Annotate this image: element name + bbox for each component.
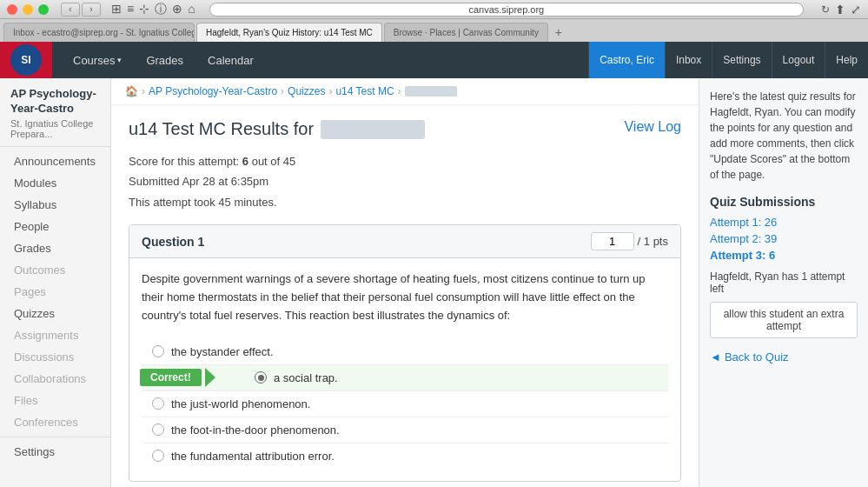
breadcrumb-course[interactable]: AP Psychology-Year-Castro: [149, 85, 277, 97]
breadcrumb-home[interactable]: 🏠: [125, 85, 138, 97]
answer-option-e: the fundamental attribution error.: [142, 444, 668, 469]
sidebar-item-collaborations[interactable]: Collaborations: [0, 368, 110, 390]
sidebar-item-discussions[interactable]: Discussions: [0, 346, 110, 368]
maximize-button[interactable]: [38, 4, 49, 15]
attempt-3-link[interactable]: Attempt 3: 6: [710, 249, 858, 262]
correct-arrow-icon: [205, 368, 215, 387]
radio-a[interactable]: [152, 345, 164, 357]
sidebar-course-title: AP Psychology-Year-Castro: [10, 87, 100, 117]
tab-mail[interactable]: Inbox - ecastro@siprep.org - St. Ignatiu…: [3, 23, 195, 42]
back-arrow-icon: ◄: [710, 350, 721, 364]
correct-row: Correct!: [140, 368, 215, 387]
nav-courses[interactable]: Courses ▾: [61, 42, 134, 78]
sidebar: AP Psychology-Year-Castro St. Ignatius C…: [0, 78, 111, 487]
close-button[interactable]: [7, 4, 17, 15]
extra-attempt-button[interactable]: allow this student an extra attempt: [710, 302, 858, 338]
breadcrumb-quiz[interactable]: u14 Test MC: [335, 85, 394, 97]
breadcrumb-sep-2: ›: [281, 85, 284, 97]
sidebar-item-announcements[interactable]: Announcements: [0, 150, 110, 172]
breadcrumb: 🏠 › AP Psychology-Year-Castro › Quizzes …: [111, 78, 699, 105]
sidebar-item-quizzes[interactable]: Quizzes: [0, 303, 110, 324]
breadcrumb-student-blurred: [405, 86, 457, 97]
main-layout: AP Psychology-Year-Castro St. Ignatius C…: [0, 78, 868, 487]
pointer-icon: ⊹: [139, 2, 149, 17]
attempt-2-link[interactable]: Attempt 2: 39: [710, 232, 858, 245]
right-panel-intro: Here's the latest quiz results for Hagfe…: [710, 89, 858, 183]
view-log-button[interactable]: View Log: [624, 119, 681, 135]
tab-community[interactable]: Browse · Places | Canvas Community: [384, 23, 548, 42]
reload-icon[interactable]: ↻: [821, 3, 830, 16]
student-name-blurred: [321, 120, 425, 139]
settings-button[interactable]: Settings: [712, 42, 771, 78]
expand-icon[interactable]: ⤢: [851, 3, 861, 17]
page-header: u14 Test MC Results for View Log: [129, 119, 681, 139]
answer-option-d: the foot-in-the-door phenomenon.: [142, 417, 668, 444]
page-content: u14 Test MC Results for View Log Score f…: [111, 105, 699, 487]
content-area: 🏠 › AP Psychology-Year-Castro › Quizzes …: [111, 78, 699, 487]
answer-option-c: the just-world phenomenon.: [142, 391, 668, 417]
sidebar-item-pages[interactable]: Pages: [0, 281, 110, 303]
answer-options: the bystander effect. Correct! a social …: [142, 339, 668, 469]
tab-quiz[interactable]: Hagfeldt, Ryan's Quiz History: u14 Test …: [196, 23, 382, 42]
correct-badge: Correct!: [140, 369, 202, 386]
sidebar-item-modules[interactable]: Modules: [0, 172, 110, 194]
points-input[interactable]: [591, 232, 634, 250]
answer-option-a: the bystander effect.: [142, 339, 668, 365]
mac-titlebar: ‹ › ⊞ ≡ ⊹ ⓘ ⊕ ⌂ canvas.siprep.org ↻ ⬆ ⤢: [0, 0, 868, 19]
inbox-button[interactable]: Inbox: [665, 42, 712, 78]
breadcrumb-sep-4: ›: [398, 85, 401, 97]
share-icon[interactable]: ⬆: [835, 3, 845, 17]
layers-icon: ≡: [127, 2, 134, 17]
address-bar[interactable]: canvas.siprep.org: [209, 3, 804, 17]
sidebar-item-assignments[interactable]: Assignments: [0, 324, 110, 346]
question-header: Question 1 / 1 pts: [129, 225, 680, 258]
question-body: Despite government warnings of a severe …: [129, 258, 680, 480]
attempt-info: Score for this attempt: 6 out of 45 Subm…: [129, 151, 681, 212]
radio-d[interactable]: [152, 424, 164, 436]
sidebar-item-settings[interactable]: Settings: [0, 441, 110, 463]
breadcrumb-sep-1: ›: [142, 85, 145, 97]
sidebar-item-grades[interactable]: Grades: [0, 237, 110, 259]
sidebar-course-header: AP Psychology-Year-Castro St. Ignatius C…: [0, 78, 110, 147]
tab-icon: ⊞: [111, 2, 122, 17]
back-to-quiz-link[interactable]: ◄ Back to Quiz: [710, 350, 858, 364]
question-text: Despite government warnings of a severe …: [142, 270, 668, 324]
sidebar-item-people[interactable]: People: [0, 216, 110, 237]
info-icon: ⓘ: [155, 2, 167, 17]
sidebar-course-subtitle: St. Ignatius College Prepara...: [10, 118, 100, 139]
sidebar-item-files[interactable]: Files: [0, 390, 110, 411]
attempt-1-link[interactable]: Attempt 1: 26: [710, 216, 858, 229]
page-title: u14 Test MC Results for: [129, 119, 425, 139]
right-panel: Here's the latest quiz results for Hagfe…: [699, 78, 868, 487]
chevron-down-icon: ▾: [117, 56, 122, 64]
quiz-submissions-title: Quiz Submissions: [710, 195, 858, 209]
logout-button[interactable]: Logout: [772, 42, 825, 78]
question-points: / 1 pts: [591, 232, 668, 250]
nav-calendar[interactable]: Calendar: [195, 42, 266, 78]
radio-b[interactable]: [255, 371, 267, 384]
breadcrumb-quizzes[interactable]: Quizzes: [288, 85, 325, 97]
question-title: Question 1: [142, 235, 204, 249]
new-tab-button[interactable]: +: [550, 23, 567, 41]
breadcrumb-sep-3: ›: [328, 85, 332, 97]
shield-icon: ⊕: [172, 2, 182, 17]
help-button[interactable]: Help: [825, 42, 868, 78]
canvas-top-nav: SI Courses ▾ Grades Calendar Castro, Eri…: [0, 42, 868, 78]
sidebar-item-outcomes[interactable]: Outcomes: [0, 259, 110, 281]
user-nav: Castro, Eric Inbox Settings Logout Help: [588, 42, 868, 78]
radio-e[interactable]: [152, 450, 164, 462]
answer-option-b: Correct! a social trap.: [142, 365, 668, 391]
forward-button[interactable]: ›: [82, 3, 101, 17]
nav-grades[interactable]: Grades: [134, 42, 195, 78]
browser-tabs: Inbox - ecastro@siprep.org - St. Ignatiu…: [0, 19, 868, 42]
sidebar-item-conferences[interactable]: Conferences: [0, 411, 110, 433]
sidebar-item-syllabus[interactable]: Syllabus: [0, 194, 110, 216]
minimize-button[interactable]: [23, 4, 33, 15]
back-button[interactable]: ‹: [61, 3, 80, 17]
main-nav: Courses ▾ Grades Calendar: [52, 42, 275, 78]
user-name-button[interactable]: Castro, Eric: [588, 42, 665, 78]
home-icon: ⌂: [188, 2, 195, 17]
radio-c[interactable]: [152, 397, 164, 410]
question-card: Question 1 / 1 pts Despite government wa…: [129, 224, 681, 481]
canvas-logo: SI: [0, 42, 52, 78]
